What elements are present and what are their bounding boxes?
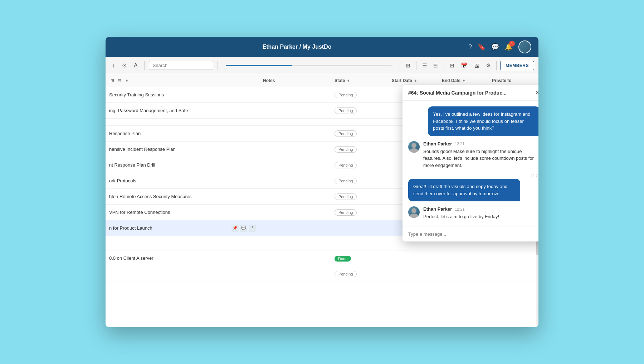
state-filter-icon[interactable]: ▼ [346,78,350,83]
calendar-view-btn[interactable]: 📅 [459,61,470,70]
sender-name: Ethan Parker [423,206,452,212]
state-cell: Done [331,255,388,262]
message-content: Ethan Parker 12:21 Sounds good! Make sur… [423,141,538,169]
table-view-btn[interactable]: ⊞ [448,61,457,70]
task-chat-icon[interactable]: 💬 [240,225,247,232]
task-cell: n for Product Launch 📌 💬 ⋮ [106,225,259,232]
state-cell: Pending [331,193,388,200]
progress-bar-container [226,65,392,66]
task-more-icon[interactable]: ⋮ [249,225,256,232]
state-cell: Pending [331,107,388,114]
collapse-btn[interactable]: ↓ [110,61,117,70]
message-row-in: Ethan Parker 12:21 Perfect, let's aim to… [408,206,538,220]
out-time: 12:21 [408,174,538,178]
task-cell: Security Training Sessions [106,92,259,97]
col-notes-header: Notes [259,78,331,83]
app-window: Ethan Parker / My JustDo ? 🔖 💬 🔔 1 ↓ ⊙ A [106,37,538,327]
message-bubble-out: Yes, I've outlined a few ideas for Insta… [428,106,538,136]
state-cell: Pending [331,162,388,168]
chat-minimize-btn[interactable]: — [527,89,532,96]
add-col-icon[interactable]: ⊟ [116,77,123,84]
notification-wrapper[interactable]: 🔔 1 [505,43,513,51]
state-cell: Pending [331,91,388,98]
message-row-in: Ethan Parker 12:21 Sounds good! Make sur… [408,141,538,169]
task-cell: ing, Password Management, and Safe [106,108,259,113]
user-avatar[interactable] [518,40,531,53]
message-icon[interactable]: 💬 [491,43,499,51]
state-badge: Pending [335,92,357,98]
add-row-icon[interactable]: ⊞ [109,77,116,84]
chat-messages[interactable]: Yes, I've outlined a few ideas for Insta… [402,101,538,226]
sender-avatar [408,206,420,218]
state-cell: Pending [331,177,388,184]
table-row[interactable]: Pending [106,266,538,282]
chat-input-area [402,226,538,241]
app-name[interactable]: My JustDo [303,44,332,50]
task-pin-icon[interactable]: 📌 [231,225,239,232]
grid-view-btn[interactable]: ⊞ [404,61,413,70]
state-badge: Pending [335,271,357,277]
chat-panel: #64: Social Media Campaign for Produc...… [402,85,538,241]
col-private-header: Private fo [488,78,538,83]
chat-close-btn[interactable]: ✕ [535,89,538,96]
help-icon[interactable]: ? [468,43,472,51]
col-task-header: ⊞ ⊟ ▼ [106,77,259,84]
toolbar-divider-3 [400,61,400,70]
toolbar-divider-4 [416,61,416,70]
members-button[interactable]: MEMBERS [500,61,534,70]
user-name: Ethan Parker [263,44,298,50]
toolbar-right: ⊞ ☰ ⊟ ⊞ 📅 🖨 ⚙ MEMBERS [398,61,534,70]
state-badge: Pending [335,130,357,137]
sender-avatar [408,141,420,153]
message-text: Sounds good! Make sure to highlight the … [423,148,538,169]
task-cell: VPN for Remote Connections [106,210,259,215]
view-btn[interactable]: ⊙ [120,61,129,70]
titlebar-icons: ? 🔖 💬 🔔 1 [468,40,531,53]
col-start-header: Start Date ▼ [388,78,438,83]
message-bubble-out: Great! I'll draft the visuals and copy t… [408,179,520,201]
message-meta: Ethan Parker 12:21 [423,206,538,212]
message-time: 12:21 [455,142,465,146]
state-cell: Pending [331,270,388,277]
start-filter-icon[interactable]: ▼ [414,78,418,83]
message-meta: Ethan Parker 12:21 [423,141,538,147]
search-input[interactable] [149,61,213,70]
col-end-header: End Date ▼ [438,78,488,83]
state-badge: Pending [335,178,357,184]
col-state-header: State ▼ [331,78,388,83]
out-message-wrapper: 12:21 Great! I'll draft the visuals and … [408,174,538,201]
task-cell: hensive Incident Response Plan [106,147,259,152]
svg-point-1 [410,148,418,153]
chat-header: #64: Social Media Campaign for Produc...… [402,85,538,101]
task-cell: hten Remote Access Security Measures [106,194,259,199]
app-title: Ethan Parker / My JustDo [263,44,332,50]
print-btn[interactable]: 🖨 [472,61,482,70]
task-cell: Response Plan [106,131,259,136]
task-filter-icon[interactable]: ▼ [125,78,129,83]
chat-header-buttons: — ✕ [527,89,538,96]
toolbar-divider-2 [218,61,218,70]
chat-input[interactable] [408,231,538,237]
toolbar: ↓ ⊙ A ⊞ ☰ ⊟ ⊞ 📅 🖨 ⚙ MEMBERS [106,57,538,74]
state-badge: Pending [335,146,357,153]
end-filter-icon[interactable]: ▼ [462,78,466,83]
notification-badge: 1 [509,41,515,47]
progress-bar-fill [226,65,292,66]
state-cell: Pending [331,209,388,216]
task-cell: 0.0 on Client A server [106,255,259,261]
titlebar: Ethan Parker / My JustDo ? 🔖 💬 🔔 1 [106,37,538,57]
split-view-btn[interactable]: ⊟ [431,61,440,70]
task-action-icons: 📌 💬 ⋮ [231,225,256,232]
font-btn[interactable]: A [132,61,140,70]
toolbar-divider-6 [496,61,497,70]
bookmark-icon[interactable]: 🔖 [478,43,486,51]
state-badge: Pending [335,107,357,114]
state-cell: Pending [331,146,388,153]
state-badge: Pending [335,193,357,200]
svg-point-0 [411,143,416,148]
chat-title: #64: Social Media Campaign for Produc... [408,90,507,96]
settings-btn[interactable]: ⚙ [484,61,493,70]
table-row[interactable]: 0.0 on Client A server Done [106,250,538,266]
list-view-btn[interactable]: ☰ [420,61,429,70]
message-text: Perfect, let's aim to go live by Friday! [423,213,538,220]
